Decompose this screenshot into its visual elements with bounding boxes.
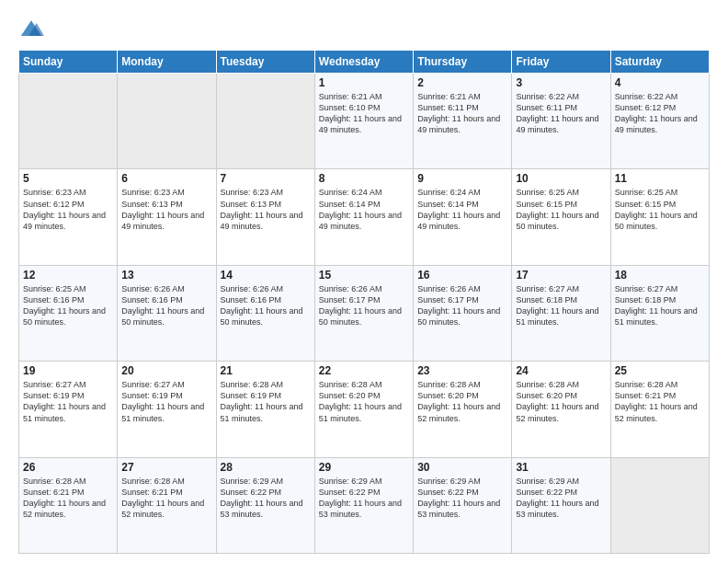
calendar-week-5: 26Sunrise: 6:28 AM Sunset: 6:21 PM Dayli… bbox=[19, 457, 710, 553]
day-info: Sunrise: 6:26 AM Sunset: 6:17 PM Dayligh… bbox=[417, 283, 507, 328]
weekday-header-monday: Monday bbox=[118, 51, 216, 74]
day-number: 11 bbox=[615, 172, 705, 185]
calendar-cell: 25Sunrise: 6:28 AM Sunset: 6:21 PM Dayli… bbox=[610, 362, 709, 457]
calendar-cell: 19Sunrise: 6:27 AM Sunset: 6:19 PM Dayli… bbox=[19, 362, 118, 457]
day-info: Sunrise: 6:23 AM Sunset: 6:12 PM Dayligh… bbox=[23, 187, 113, 232]
calendar-cell: 31Sunrise: 6:29 AM Sunset: 6:22 PM Dayli… bbox=[512, 457, 610, 553]
calendar-cell: 8Sunrise: 6:24 AM Sunset: 6:14 PM Daylig… bbox=[314, 169, 413, 265]
day-info: Sunrise: 6:29 AM Sunset: 6:22 PM Dayligh… bbox=[319, 476, 409, 521]
day-number: 10 bbox=[516, 172, 606, 185]
day-number: 30 bbox=[417, 461, 507, 474]
day-number: 18 bbox=[615, 269, 705, 282]
day-info: Sunrise: 6:21 AM Sunset: 6:10 PM Dayligh… bbox=[319, 91, 409, 136]
calendar-cell: 15Sunrise: 6:26 AM Sunset: 6:17 PM Dayli… bbox=[314, 265, 413, 361]
day-info: Sunrise: 6:22 AM Sunset: 6:11 PM Dayligh… bbox=[516, 91, 606, 136]
day-number: 1 bbox=[319, 76, 409, 89]
calendar-week-3: 12Sunrise: 6:25 AM Sunset: 6:16 PM Dayli… bbox=[19, 265, 710, 361]
calendar: SundayMondayTuesdayWednesdayThursdayFrid… bbox=[18, 50, 710, 554]
calendar-cell: 16Sunrise: 6:26 AM Sunset: 6:17 PM Dayli… bbox=[414, 265, 512, 361]
calendar-cell: 17Sunrise: 6:27 AM Sunset: 6:18 PM Dayli… bbox=[512, 265, 610, 361]
day-info: Sunrise: 6:28 AM Sunset: 6:21 PM Dayligh… bbox=[121, 476, 211, 521]
weekday-header-tuesday: Tuesday bbox=[216, 51, 314, 74]
day-number: 5 bbox=[23, 172, 113, 185]
weekday-header-saturday: Saturday bbox=[610, 51, 709, 74]
day-info: Sunrise: 6:28 AM Sunset: 6:19 PM Dayligh… bbox=[221, 379, 311, 424]
calendar-cell: 23Sunrise: 6:28 AM Sunset: 6:20 PM Dayli… bbox=[414, 362, 512, 457]
calendar-cell: 13Sunrise: 6:26 AM Sunset: 6:16 PM Dayli… bbox=[118, 265, 216, 361]
day-info: Sunrise: 6:27 AM Sunset: 6:19 PM Dayligh… bbox=[121, 379, 211, 424]
calendar-week-2: 5Sunrise: 6:23 AM Sunset: 6:12 PM Daylig… bbox=[19, 169, 710, 265]
calendar-cell: 6Sunrise: 6:23 AM Sunset: 6:13 PM Daylig… bbox=[118, 169, 216, 265]
day-info: Sunrise: 6:23 AM Sunset: 6:13 PM Dayligh… bbox=[221, 187, 311, 232]
calendar-cell: 24Sunrise: 6:28 AM Sunset: 6:20 PM Dayli… bbox=[512, 362, 610, 457]
calendar-cell: 3Sunrise: 6:22 AM Sunset: 6:11 PM Daylig… bbox=[512, 74, 610, 169]
day-number: 14 bbox=[221, 269, 311, 282]
day-number: 27 bbox=[121, 461, 211, 474]
calendar-cell: 11Sunrise: 6:25 AM Sunset: 6:15 PM Dayli… bbox=[610, 169, 709, 265]
day-info: Sunrise: 6:29 AM Sunset: 6:22 PM Dayligh… bbox=[516, 476, 606, 521]
day-number: 25 bbox=[615, 364, 705, 377]
day-number: 22 bbox=[319, 364, 409, 377]
day-number: 8 bbox=[319, 172, 409, 185]
day-number: 23 bbox=[417, 364, 507, 377]
day-info: Sunrise: 6:28 AM Sunset: 6:20 PM Dayligh… bbox=[319, 379, 409, 424]
calendar-cell: 9Sunrise: 6:24 AM Sunset: 6:14 PM Daylig… bbox=[414, 169, 512, 265]
day-number: 20 bbox=[121, 364, 211, 377]
day-info: Sunrise: 6:21 AM Sunset: 6:11 PM Dayligh… bbox=[417, 91, 507, 136]
calendar-week-1: 1Sunrise: 6:21 AM Sunset: 6:10 PM Daylig… bbox=[19, 74, 710, 169]
day-info: Sunrise: 6:24 AM Sunset: 6:14 PM Dayligh… bbox=[417, 187, 507, 232]
day-info: Sunrise: 6:27 AM Sunset: 6:18 PM Dayligh… bbox=[615, 283, 705, 328]
day-number: 9 bbox=[417, 172, 507, 185]
day-info: Sunrise: 6:27 AM Sunset: 6:18 PM Dayligh… bbox=[516, 283, 606, 328]
calendar-cell bbox=[216, 74, 314, 169]
calendar-cell: 10Sunrise: 6:25 AM Sunset: 6:15 PM Dayli… bbox=[512, 169, 610, 265]
calendar-week-4: 19Sunrise: 6:27 AM Sunset: 6:19 PM Dayli… bbox=[19, 362, 710, 457]
header bbox=[18, 17, 710, 42]
calendar-cell: 30Sunrise: 6:29 AM Sunset: 6:22 PM Dayli… bbox=[414, 457, 512, 553]
day-number: 16 bbox=[417, 269, 507, 282]
day-info: Sunrise: 6:25 AM Sunset: 6:15 PM Dayligh… bbox=[615, 187, 705, 232]
day-number: 29 bbox=[319, 461, 409, 474]
weekday-header-friday: Friday bbox=[512, 51, 610, 74]
day-number: 28 bbox=[221, 461, 311, 474]
logo-icon bbox=[18, 17, 44, 42]
day-number: 13 bbox=[121, 269, 211, 282]
day-info: Sunrise: 6:26 AM Sunset: 6:17 PM Dayligh… bbox=[319, 283, 409, 328]
weekday-header-thursday: Thursday bbox=[414, 51, 512, 74]
weekday-header-wednesday: Wednesday bbox=[314, 51, 413, 74]
calendar-header-row: SundayMondayTuesdayWednesdayThursdayFrid… bbox=[19, 51, 710, 74]
day-number: 17 bbox=[516, 269, 606, 282]
day-info: Sunrise: 6:28 AM Sunset: 6:21 PM Dayligh… bbox=[615, 379, 705, 424]
calendar-cell bbox=[19, 74, 118, 169]
day-number: 26 bbox=[23, 461, 113, 474]
day-info: Sunrise: 6:23 AM Sunset: 6:13 PM Dayligh… bbox=[121, 187, 211, 232]
day-info: Sunrise: 6:29 AM Sunset: 6:22 PM Dayligh… bbox=[221, 476, 311, 521]
calendar-cell: 12Sunrise: 6:25 AM Sunset: 6:16 PM Dayli… bbox=[19, 265, 118, 361]
calendar-cell: 22Sunrise: 6:28 AM Sunset: 6:20 PM Dayli… bbox=[314, 362, 413, 457]
calendar-cell: 26Sunrise: 6:28 AM Sunset: 6:21 PM Dayli… bbox=[19, 457, 118, 553]
calendar-cell: 27Sunrise: 6:28 AM Sunset: 6:21 PM Dayli… bbox=[118, 457, 216, 553]
day-info: Sunrise: 6:25 AM Sunset: 6:16 PM Dayligh… bbox=[23, 283, 113, 328]
day-info: Sunrise: 6:29 AM Sunset: 6:22 PM Dayligh… bbox=[417, 476, 507, 521]
day-number: 21 bbox=[221, 364, 311, 377]
calendar-cell: 2Sunrise: 6:21 AM Sunset: 6:11 PM Daylig… bbox=[414, 74, 512, 169]
logo bbox=[18, 17, 48, 42]
day-info: Sunrise: 6:26 AM Sunset: 6:16 PM Dayligh… bbox=[221, 283, 311, 328]
day-number: 15 bbox=[319, 269, 409, 282]
day-number: 3 bbox=[516, 76, 606, 89]
calendar-cell: 1Sunrise: 6:21 AM Sunset: 6:10 PM Daylig… bbox=[314, 74, 413, 169]
day-info: Sunrise: 6:27 AM Sunset: 6:19 PM Dayligh… bbox=[23, 379, 113, 424]
day-number: 7 bbox=[221, 172, 311, 185]
calendar-cell: 20Sunrise: 6:27 AM Sunset: 6:19 PM Dayli… bbox=[118, 362, 216, 457]
calendar-cell: 21Sunrise: 6:28 AM Sunset: 6:19 PM Dayli… bbox=[216, 362, 314, 457]
day-info: Sunrise: 6:28 AM Sunset: 6:21 PM Dayligh… bbox=[23, 476, 113, 521]
calendar-cell: 29Sunrise: 6:29 AM Sunset: 6:22 PM Dayli… bbox=[314, 457, 413, 553]
day-info: Sunrise: 6:28 AM Sunset: 6:20 PM Dayligh… bbox=[417, 379, 507, 424]
calendar-cell: 4Sunrise: 6:22 AM Sunset: 6:12 PM Daylig… bbox=[610, 74, 709, 169]
calendar-cell bbox=[610, 457, 709, 553]
calendar-cell: 28Sunrise: 6:29 AM Sunset: 6:22 PM Dayli… bbox=[216, 457, 314, 553]
day-number: 31 bbox=[516, 461, 606, 474]
calendar-cell: 14Sunrise: 6:26 AM Sunset: 6:16 PM Dayli… bbox=[216, 265, 314, 361]
day-number: 2 bbox=[417, 76, 507, 89]
day-number: 4 bbox=[615, 76, 705, 89]
